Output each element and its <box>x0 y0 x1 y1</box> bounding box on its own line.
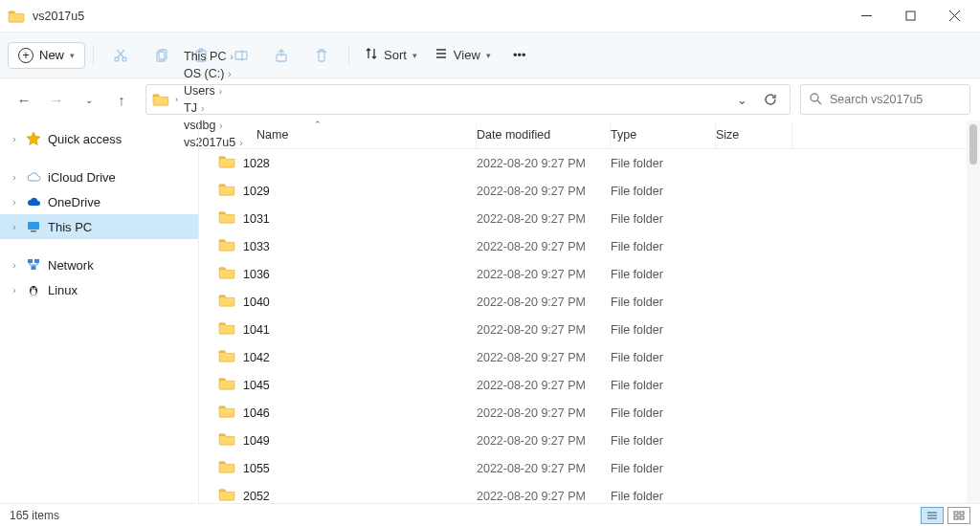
file-row[interactable]: 1055 2022-08-20 9:27 PM File folder <box>199 454 967 482</box>
expand-icon[interactable]: › <box>10 222 19 232</box>
maximize-button[interactable] <box>888 0 932 33</box>
file-name: 1031 <box>243 212 270 226</box>
file-type: File folder <box>611 240 716 253</box>
expand-icon[interactable]: › <box>10 197 19 208</box>
svg-rect-20 <box>28 222 39 230</box>
recent-dropdown[interactable]: ⌄ <box>75 84 103 115</box>
folder-icon <box>218 155 235 171</box>
close-button[interactable] <box>932 0 976 33</box>
breadcrumb-label: OS (C:) <box>184 67 224 80</box>
file-type: File folder <box>611 406 716 420</box>
copy-icon[interactable] <box>142 39 180 72</box>
search-icon <box>809 92 822 108</box>
plus-icon: + <box>18 48 33 63</box>
sort-button[interactable]: Sort ▾ <box>357 42 425 68</box>
folder-icon <box>218 210 235 227</box>
file-row[interactable]: 1028 2022-08-20 9:27 PM File folder <box>199 149 967 177</box>
file-date: 2022-08-20 9:27 PM <box>477 351 611 364</box>
scrollbar-thumb[interactable] <box>969 124 977 164</box>
separator <box>348 45 349 66</box>
folder-icon <box>218 321 235 338</box>
file-type: File folder <box>611 490 716 503</box>
column-header-date[interactable]: Date modified <box>477 121 611 148</box>
minimize-button[interactable] <box>844 0 888 33</box>
sidebar-item-label: This PC <box>48 220 92 234</box>
sidebar-item-onedrive[interactable]: ›OneDrive <box>0 189 198 214</box>
item-count: 165 items <box>10 509 59 522</box>
onedrive-icon <box>25 194 42 209</box>
sidebar-item-linux[interactable]: ›Linux <box>0 277 198 302</box>
thumbnails-view-button[interactable] <box>947 507 970 524</box>
sidebar-item-label: iCloud Drive <box>48 170 116 185</box>
file-type: File folder <box>611 323 716 337</box>
file-name: 2052 <box>243 490 270 503</box>
sidebar-item-label: OneDrive <box>48 195 100 209</box>
address-bar[interactable]: › This PC›OS (C:)›Users›TJ›vsdbg›vs2017u… <box>145 84 791 115</box>
file-name: 1041 <box>243 323 270 337</box>
scrollbar[interactable] <box>967 121 980 503</box>
file-type: File folder <box>611 296 716 309</box>
view-label: View <box>454 48 480 62</box>
expand-icon[interactable]: › <box>10 285 19 296</box>
breadcrumb-label: Users <box>184 84 215 98</box>
column-header-size[interactable]: Size <box>716 121 792 148</box>
file-name: 1028 <box>243 157 270 170</box>
new-button[interactable]: + New ▾ <box>8 42 85 69</box>
more-button[interactable]: ••• <box>501 39 539 72</box>
share-icon[interactable] <box>262 39 301 72</box>
column-header-type[interactable]: Type <box>611 121 716 148</box>
sidebar-item-network[interactable]: ›Network <box>0 252 198 277</box>
breadcrumb-segment[interactable]: This PC› <box>180 48 247 65</box>
expand-icon[interactable]: › <box>10 134 19 144</box>
file-row[interactable]: 1033 2022-08-20 9:27 PM File folder <box>199 232 967 260</box>
window-title: vs2017u5 <box>33 10 84 23</box>
cut-icon[interactable] <box>101 39 140 72</box>
file-type: File folder <box>611 157 716 170</box>
delete-icon[interactable] <box>302 39 341 72</box>
file-row[interactable]: 1049 2022-08-20 9:27 PM File folder <box>199 427 967 454</box>
search-input[interactable] <box>830 93 962 106</box>
file-date: 2022-08-20 9:27 PM <box>477 462 611 475</box>
file-date: 2022-08-20 9:27 PM <box>477 379 611 392</box>
file-row[interactable]: 2052 2022-08-20 9:27 PM File folder <box>199 482 967 503</box>
column-header-name[interactable]: Name <box>218 121 477 148</box>
file-row[interactable]: 1042 2022-08-20 9:27 PM File folder <box>199 343 967 371</box>
svg-rect-35 <box>960 516 964 519</box>
breadcrumb-segment[interactable]: Users› <box>180 82 247 99</box>
sidebar-item-this-pc[interactable]: ›This PC <box>0 214 198 239</box>
refresh-button[interactable] <box>757 93 784 106</box>
view-button[interactable]: View ▾ <box>427 42 499 68</box>
toolbar: + New ▾ Sort ▾ View ▾ ••• <box>0 33 980 78</box>
file-name: 1040 <box>243 296 270 309</box>
sidebar-item-icloud-drive[interactable]: ›iCloud Drive <box>0 164 198 189</box>
navigation-pane: ›Quick access›iCloud Drive›OneDrive›This… <box>0 121 199 503</box>
file-row[interactable]: 1036 2022-08-20 9:27 PM File folder <box>199 260 967 288</box>
file-row[interactable]: 1040 2022-08-20 9:27 PM File folder <box>199 288 967 316</box>
search-box[interactable] <box>800 84 970 115</box>
file-date: 2022-08-20 9:27 PM <box>477 490 611 503</box>
status-bar: 165 items <box>0 503 980 526</box>
expand-icon[interactable]: › <box>10 260 19 271</box>
svg-point-5 <box>122 57 126 61</box>
forward-button[interactable]: → <box>42 84 71 115</box>
file-row[interactable]: 1041 2022-08-20 9:27 PM File folder <box>199 316 967 343</box>
folder-icon <box>218 432 235 449</box>
file-row[interactable]: 1029 2022-08-20 9:27 PM File folder <box>199 177 967 205</box>
svg-line-19 <box>817 100 821 104</box>
sidebar-item-quick-access[interactable]: ›Quick access <box>0 126 198 151</box>
file-type: File folder <box>611 462 716 475</box>
file-date: 2022-08-20 9:27 PM <box>477 240 611 253</box>
svg-rect-1 <box>906 11 915 20</box>
breadcrumb-segment[interactable]: OS (C:)› <box>180 65 247 82</box>
expand-icon[interactable]: › <box>10 172 19 183</box>
details-view-button[interactable] <box>921 507 944 524</box>
address-dropdown[interactable]: ⌄ <box>728 93 755 107</box>
file-row[interactable]: 1045 2022-08-20 9:27 PM File folder <box>199 371 967 399</box>
file-row[interactable]: 1031 2022-08-20 9:27 PM File folder <box>199 205 967 232</box>
back-button[interactable]: ← <box>10 84 38 115</box>
sidebar-item-label: Network <box>48 258 94 273</box>
up-button[interactable]: ↑ <box>107 84 136 115</box>
breadcrumb-segment[interactable]: TJ› <box>180 99 247 117</box>
file-row[interactable]: 1046 2022-08-20 9:27 PM File folder <box>199 399 967 427</box>
svg-line-6 <box>118 50 124 57</box>
